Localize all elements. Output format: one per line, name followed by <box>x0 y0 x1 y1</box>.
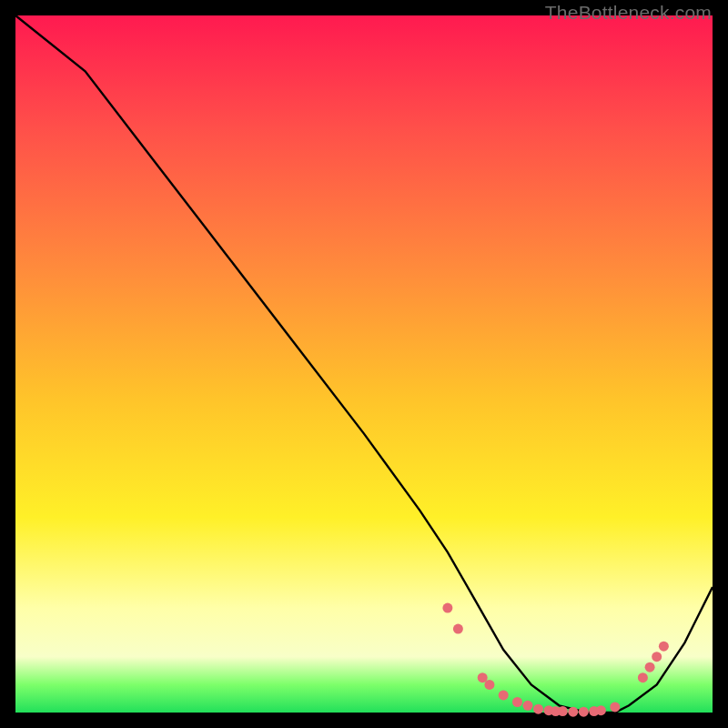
marker-dot <box>523 701 533 711</box>
marker-dot <box>512 697 522 707</box>
chart-svg <box>15 15 713 713</box>
marker-dot <box>579 707 589 717</box>
chart-plot-area <box>15 15 713 713</box>
marker-dot <box>596 705 606 715</box>
marker-dot <box>442 603 452 613</box>
marker-dot <box>652 652 662 662</box>
marker-dot <box>638 672 648 682</box>
marker-dot <box>484 680 494 690</box>
marker-dot <box>568 707 578 717</box>
chart-frame: TheBottleneck.com <box>0 0 728 728</box>
marker-dot <box>659 642 669 652</box>
marker-dot <box>453 624 463 634</box>
marker-dot <box>610 702 620 712</box>
marker-dot <box>645 662 655 672</box>
marker-dot <box>558 706 568 716</box>
bottleneck-curve <box>15 15 713 713</box>
watermark-text: TheBottleneck.com <box>545 2 712 24</box>
marker-dot <box>533 704 543 714</box>
marker-dot <box>499 690 509 700</box>
